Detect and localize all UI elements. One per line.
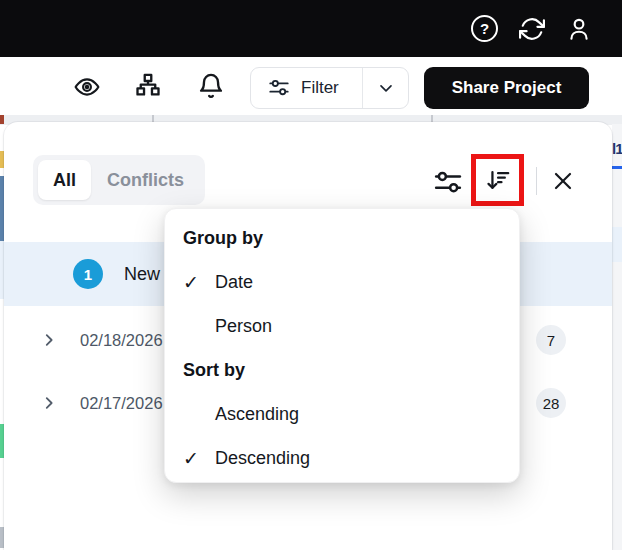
sort-group-menu: Group by ✓ Date Person Sort by Ascending… <box>164 208 520 483</box>
check-icon: ✓ <box>183 271 215 294</box>
filter-label: Filter <box>301 78 339 98</box>
tab-group: All Conflicts <box>33 155 205 205</box>
menu-section-title: Group by <box>165 228 263 249</box>
refresh-icon[interactable] <box>519 16 545 42</box>
filter-button[interactable]: Filter <box>251 77 362 99</box>
app-window: ? <box>0 0 622 550</box>
menu-item-label: Descending <box>215 448 310 469</box>
sort-descending-icon <box>484 167 511 194</box>
header-divider <box>536 167 537 195</box>
menu-item-label: Date <box>215 272 253 293</box>
list-item-label: New <box>124 242 160 306</box>
chevron-right-icon[interactable] <box>40 394 58 412</box>
cutoff-link-underline <box>612 166 622 169</box>
top-bar: ? <box>0 0 622 57</box>
menu-item-descending[interactable]: ✓ Descending <box>165 436 519 480</box>
menu-item-person[interactable]: Person <box>165 304 519 348</box>
filter-dropdown-button[interactable] <box>362 68 408 108</box>
menu-item-ascending[interactable]: Ascending <box>165 392 519 436</box>
group-count-badge: 7 <box>536 325 566 355</box>
share-project-button[interactable]: Share Project <box>424 67 589 109</box>
help-icon[interactable]: ? <box>471 15 498 42</box>
group-date-label: 02/18/2026 <box>80 318 163 362</box>
sliders-icon <box>268 77 290 99</box>
background-right-strip <box>612 124 622 550</box>
bell-icon[interactable] <box>197 71 225 101</box>
sort-button-highlighted[interactable] <box>471 154 524 206</box>
cutoff-link-text: l1 <box>612 140 622 157</box>
new-count-badge: 1 <box>73 259 103 289</box>
tab-conflicts[interactable]: Conflicts <box>91 170 200 191</box>
background-row-highlight-sliver <box>612 227 622 262</box>
profile-icon[interactable] <box>566 16 592 42</box>
chevron-down-icon <box>376 78 396 98</box>
menu-item-date[interactable]: ✓ Date <box>165 260 519 304</box>
org-chart-icon[interactable] <box>134 71 162 101</box>
filter-split-button: Filter <box>250 67 409 109</box>
toolbar: Filter Share Project <box>0 57 622 115</box>
eye-icon[interactable] <box>71 74 103 100</box>
group-date-label: 02/17/2026 <box>80 381 163 425</box>
group-count-badge: 28 <box>536 388 566 418</box>
check-icon: ✓ <box>183 447 215 470</box>
chevron-right-icon[interactable] <box>40 331 58 349</box>
menu-item-label: Person <box>215 316 272 337</box>
tab-all[interactable]: All <box>38 160 91 200</box>
menu-item-label: Ascending <box>215 404 299 425</box>
calendar-event-sliver <box>0 115 4 124</box>
menu-section-title: Sort by <box>165 360 245 381</box>
filter-sliders-icon[interactable] <box>433 167 463 197</box>
close-icon[interactable] <box>551 169 575 193</box>
